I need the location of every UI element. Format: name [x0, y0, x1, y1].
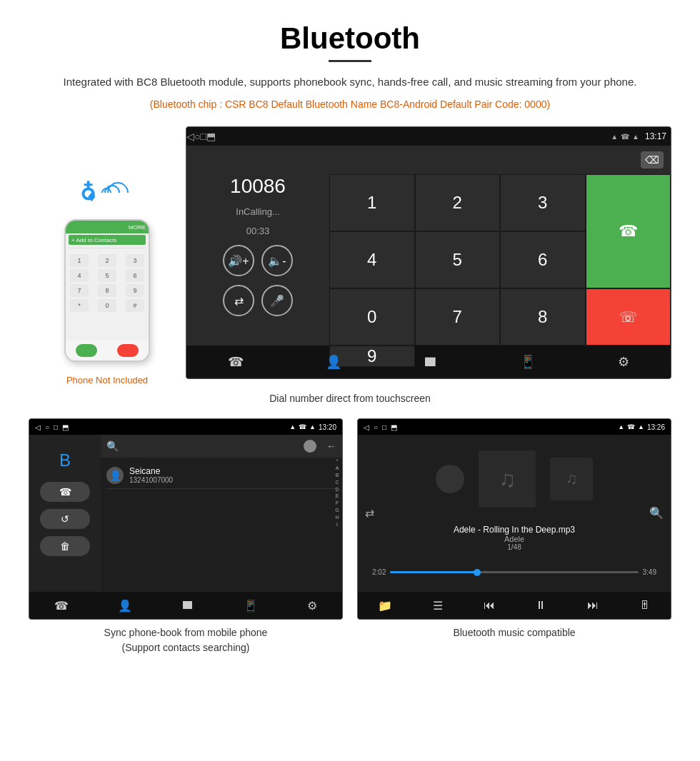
add-contacts-bar: + Add to Contacts	[69, 235, 146, 245]
music-progress-fill	[390, 571, 476, 573]
volume-up-icon: 🔊+	[228, 254, 249, 268]
pb-time: 13:20	[319, 423, 336, 431]
status-time: 13:17	[645, 131, 666, 141]
volume-up-button[interactable]: 🔊+	[223, 245, 254, 276]
key-9[interactable]: 9	[329, 346, 415, 367]
dial-left-panel: 10086 InCalling... 00:33 🔊+ 🔈- ⇄	[186, 146, 329, 346]
call-icon: ☎	[619, 222, 638, 241]
phone-mock-body: 1 2 3 4 5 6 7 8 9	[66, 251, 149, 317]
pb-settings-icon[interactable]: ⚙	[307, 599, 317, 613]
call-sidebar-button[interactable]: ☎	[40, 482, 90, 502]
phonebook-caption: Sync phone-book from mobile phone(Suppor…	[29, 625, 343, 655]
key-8[interactable]: 8	[500, 288, 586, 346]
key-4: 4	[70, 269, 89, 282]
music-next-icon[interactable]: ⏭	[587, 599, 599, 612]
pb-calls-icon[interactable]: ☎	[54, 599, 69, 613]
phonebook-card: ◁ ○ □ ⬒ ▲ ☎ ▲ 13:20 B	[29, 418, 343, 655]
dial-right-panel: ⌫ 1 2 3 ☎ 4 5 6 0 7	[329, 146, 671, 346]
bottom-screenshots: ◁ ○ □ ⬒ ▲ ☎ ▲ 13:20 B	[29, 418, 671, 655]
music-location-icon: ▲	[618, 423, 624, 430]
phonebook-bottom-bar: ☎ 👤 ⯀ 📱 ⚙	[29, 592, 342, 619]
keypad-grid: 1 2 3 ☎ 4 5 6 0 7 8 9 ☏	[329, 174, 671, 346]
music-eq-icon[interactable]: 🎚	[639, 599, 651, 612]
music-screen: ◁ ○ □ ⬒ ▲ ☎ ▲ 13:26	[357, 418, 671, 620]
music-status-right: ▲ ☎ ▲ 13:26	[618, 423, 665, 431]
keypad-row-1: 1 2 3	[70, 254, 144, 267]
dial-number: 10086	[230, 175, 286, 198]
call-button[interactable]: ☎	[586, 174, 671, 288]
key-7[interactable]: 7	[415, 288, 501, 346]
dial-controls: 🔊+ 🔈-	[223, 245, 293, 276]
transfer-button[interactable]: ⇄	[223, 285, 254, 316]
status-location-icon: ▲	[611, 133, 618, 141]
music-search-icon[interactable]: 🔍	[649, 506, 664, 520]
music-status-bar: ◁ ○ □ ⬒ ▲ ☎ ▲ 13:26	[358, 419, 671, 435]
contact-icon: 👤	[109, 470, 121, 481]
phone-settings-icon[interactable]: 📱	[520, 354, 536, 370]
music-progress-row: 2:02 3:49	[365, 568, 664, 576]
key-4[interactable]: 4	[329, 231, 415, 288]
call-sidebar-icon: ☎	[59, 486, 71, 498]
pb-screen-icon: ⬒	[62, 423, 69, 431]
trash-icon: 🗑	[60, 540, 70, 552]
key-5: 5	[98, 269, 116, 282]
key-1[interactable]: 1	[329, 174, 415, 231]
mute-button[interactable]: 🎤	[261, 285, 293, 316]
keypad-row-3: 7 8 9	[70, 284, 144, 297]
status-wifi-icon: ▲	[632, 133, 639, 141]
pb-keypad-icon[interactable]: ⯀	[182, 599, 194, 612]
key-9: 9	[126, 284, 144, 297]
music-list-icon[interactable]: ☰	[433, 599, 443, 613]
key-0: 0	[98, 299, 116, 312]
key-0[interactable]: 0	[329, 288, 415, 346]
delete-button[interactable]: ⌫	[641, 151, 664, 168]
key-5[interactable]: 5	[415, 231, 501, 288]
key-2[interactable]: 2	[415, 174, 501, 231]
end-call-button[interactable]: ☏	[586, 288, 671, 346]
refresh-sidebar-button[interactable]: ↺	[40, 509, 90, 529]
pb-nav-icons: ◁ ○ □ ⬒	[35, 423, 69, 431]
key-2: 2	[98, 254, 116, 267]
song-name: Adele - Rolling In the Deep.mp3	[454, 525, 575, 535]
refresh-icon: ↺	[61, 513, 69, 525]
music-info: Adele - Rolling In the Deep.mp3 Adele 1/…	[454, 525, 575, 551]
key-3[interactable]: 3	[500, 174, 586, 231]
shuffle-icon[interactable]: ⇄	[365, 506, 374, 520]
end-call-icon: ☏	[619, 308, 637, 326]
music-caption: Bluetooth music compatible	[357, 625, 671, 640]
phonebook-sidebar: B ☎ ↺ 🗑	[29, 435, 101, 592]
music-prev-icon[interactable]: ⏮	[484, 599, 495, 612]
contact-name: Seicane	[129, 466, 173, 476]
call-button	[76, 344, 97, 357]
contacts-icon[interactable]: 👤	[326, 354, 341, 370]
pb-location-icon: ▲	[289, 423, 296, 430]
page-title: Bluetooth	[29, 21, 671, 56]
settings-icon[interactable]: ⚙	[618, 354, 629, 370]
pb-contacts-icon[interactable]: 👤	[118, 599, 132, 613]
volume-down-button[interactable]: 🔈-	[261, 245, 293, 276]
music-play-icon[interactable]: ⏸	[535, 599, 546, 612]
music-folder-icon[interactable]: 📁	[378, 599, 392, 613]
dial-android-screen: ◁ ○ □ ⬒ ▲ ☎ ▲ 13:17 10086 InCalling... 0…	[186, 126, 671, 379]
pb-wifi-icon: ▲	[309, 423, 316, 430]
key-6[interactable]: 6	[500, 231, 586, 288]
phone-side: ⬧ ♁ MORE + Add to Contacts	[29, 126, 186, 385]
contact-item: 👤 Seicane 13241007000	[106, 462, 336, 489]
key-8: 8	[98, 284, 116, 297]
music-progress-bar[interactable]	[390, 571, 638, 573]
dial-caption: Dial number direct from touchscreen	[29, 393, 671, 404]
key-hash: #	[126, 299, 144, 312]
dial-nav-bar: ◁ ○ □ ⬒ ▲ ☎ ▲ 13:17	[186, 127, 671, 146]
keypad-row-2: 4 5 6	[70, 269, 144, 282]
music-recents-icon: □	[382, 423, 386, 431]
description: Integrated with BC8 Bluetooth module, su…	[29, 74, 671, 91]
keypad-icon[interactable]: ⯀	[424, 355, 437, 370]
dial-bottom-bar: ☎ 👤 ⯀ 📱 ⚙	[186, 346, 671, 378]
pb-phone-icon[interactable]: 📱	[244, 599, 258, 613]
call-log-icon[interactable]: ☎	[228, 354, 244, 370]
delete-sidebar-button[interactable]: 🗑	[40, 536, 90, 556]
dial-content: 10086 InCalling... 00:33 🔊+ 🔈- ⇄	[186, 146, 671, 346]
bluetooth-info: (Bluetooth chip : CSR BC8 Default Blueto…	[29, 96, 671, 112]
phonebook-screen: ◁ ○ □ ⬒ ▲ ☎ ▲ 13:20 B	[29, 418, 343, 620]
dial-controls-row2: ⇄ 🎤	[223, 285, 293, 316]
